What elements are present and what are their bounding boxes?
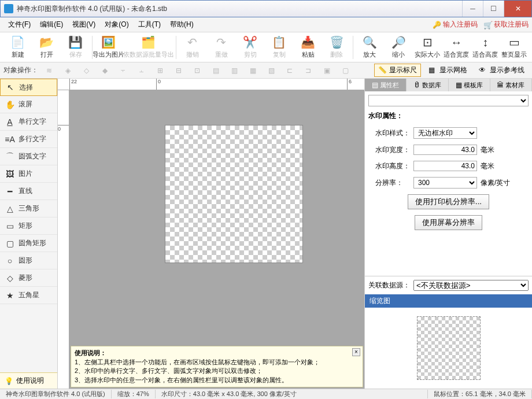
ellipse-icon: ○ (5, 256, 15, 265)
menu-view[interactable]: 视图(V) (68, 18, 100, 31)
copy-icon: 📋 (272, 35, 286, 49)
style-select[interactable]: 无边框水印 (413, 127, 477, 139)
full-page-button[interactable]: ▭整页显示 (500, 34, 529, 61)
dist2-icon[interactable]: ⊐ (301, 64, 316, 77)
object-selector[interactable] (368, 95, 529, 106)
tool-pan[interactable]: ✋滚屏 (0, 96, 57, 113)
open-button[interactable]: 📂打开 (32, 34, 61, 61)
use-printer-dpi-button[interactable]: 使用打印机分辨率... (408, 194, 489, 209)
menu-edit[interactable]: 编辑(E) (35, 18, 68, 31)
width-input[interactable] (413, 145, 477, 155)
ruler-vertical[interactable]: 0 (58, 90, 69, 389)
align5-icon[interactable]: ⊡ (190, 64, 205, 77)
tool-star[interactable]: ★五角星 (0, 287, 57, 304)
layer3-icon[interactable]: ◇ (79, 64, 94, 77)
cut-button[interactable]: ✂️剪切 (236, 34, 265, 61)
height-unit: 毫米 (481, 161, 529, 171)
tool-diamond[interactable]: ◇菱形 (0, 269, 57, 287)
layer-icon[interactable]: ≋ (42, 64, 57, 77)
multitext-icon: ≡A (5, 135, 15, 144)
copy-button[interactable]: 📋复制 (265, 34, 294, 61)
height-input[interactable] (413, 161, 477, 171)
tab-templates[interactable]: ▦模板库 (449, 79, 490, 91)
hint-close-button[interactable]: × (352, 348, 360, 356)
fit-width-button[interactable]: ↔适合宽度 (442, 34, 471, 61)
menu-help[interactable]: 帮助(H) (165, 18, 198, 31)
ruler-horizontal[interactable]: 22 0 6 (58, 79, 364, 90)
width-unit: 毫米 (481, 145, 529, 155)
align7-icon[interactable]: ▥ (227, 64, 242, 77)
grid-icon: ▦ (428, 66, 438, 75)
preview-thumbnail (417, 316, 481, 380)
fit-height-button[interactable]: ↕适合高度 (471, 34, 500, 61)
close-button[interactable]: ✕ (504, 1, 531, 17)
enter-key-link[interactable]: 输入注册码 (433, 20, 478, 29)
export-image-button[interactable]: 🖼️导出为图片 (94, 34, 123, 61)
show-guides-toggle[interactable]: 👁显示参考线 (475, 64, 529, 77)
menu-object[interactable]: 对象(O) (100, 18, 133, 31)
paste-button[interactable]: 📥粘贴 (294, 34, 323, 61)
tool-round-rect[interactable]: ▢圆角矩形 (0, 235, 57, 252)
batch-export-button[interactable]: 🗂️依数据源批量导出 (123, 34, 174, 61)
delete-button[interactable]: 🗑️删除 (323, 34, 352, 61)
undo-button[interactable]: ↶撤销 (178, 34, 207, 61)
preview-panel (365, 308, 532, 389)
get-key-link[interactable]: 获取注册码 (483, 20, 529, 29)
layer4-icon[interactable]: ◆ (97, 64, 112, 77)
actual-size-button[interactable]: ⊡实际大小 (413, 34, 442, 61)
tool-single-text[interactable]: A单行文字 (0, 113, 57, 131)
tool-line[interactable]: ━直线 (0, 183, 57, 200)
style-label: 水印样式： (375, 128, 410, 138)
dpi-unit: 像素/英寸 (481, 178, 529, 188)
status-app: 神奇水印图章制作软件 4.0 (试用版) (0, 390, 112, 398)
tool-select[interactable]: ↖选择 (0, 79, 57, 96)
group-icon[interactable]: ▣ (319, 64, 334, 77)
menu-file[interactable]: 文件(F) (3, 18, 35, 31)
minimize-button[interactable]: ─ (462, 1, 483, 17)
new-button[interactable]: 📄新建 (3, 34, 32, 61)
tab-assets[interactable]: 🏛素材库 (490, 79, 532, 91)
tool-triangle[interactable]: △三角形 (0, 200, 57, 217)
show-ruler-toggle[interactable]: 📏显示标尺 (374, 64, 421, 77)
ungroup-icon[interactable]: ▢ (338, 64, 353, 77)
redo-button[interactable]: ↷重做 (207, 34, 236, 61)
properties-panel: 水印属性： 水印样式： 无边框水印 水印宽度： 毫米 水印高度： 毫米 分辨率：… (365, 91, 532, 276)
align1-icon[interactable]: ⫟ (116, 64, 131, 77)
cart-icon (483, 21, 492, 29)
zoom-in-button[interactable]: 🔍放大 (355, 34, 384, 61)
align4-icon[interactable]: ⊟ (171, 64, 186, 77)
align3-icon[interactable]: ⊞ (153, 64, 168, 77)
tool-ellipse[interactable]: ○圆形 (0, 252, 57, 269)
assets-icon: 🏛 (497, 81, 504, 89)
align6-icon[interactable]: ▤ (208, 64, 223, 77)
zoom-out-button[interactable]: 🔎缩小 (384, 34, 413, 61)
dist1-icon[interactable]: ⊏ (282, 64, 297, 77)
tool-multi-text[interactable]: ≡A多行文字 (0, 131, 57, 148)
tab-properties[interactable]: ▤属性栏 (365, 79, 407, 91)
main-area: ↖选择 ✋滚屏 A单行文字 ≡A多行文字 ⌒圆弧文字 🖼图片 ━直线 △三角形 … (0, 79, 532, 389)
align9-icon[interactable]: ▧ (264, 64, 279, 77)
canvas-viewport[interactable]: × 使用说明： 1、左侧工具栏中选择一个功能后，在画布区域按住鼠标左键拖动，即可… (69, 90, 364, 389)
image-icon: 🖼 (5, 169, 15, 179)
maximize-button[interactable]: ☐ (483, 1, 504, 17)
assoc-select[interactable]: <不关联数据源> (413, 280, 529, 291)
hint-line2: 2、水印中的单行文字、多行文字、圆弧文字对象均可以双击修改； (75, 367, 359, 375)
help-button[interactable]: 💡使用说明 (0, 372, 57, 389)
tool-rect[interactable]: ▭矩形 (0, 217, 57, 235)
assoc-label: 关联数据源： (368, 280, 410, 290)
save-button[interactable]: 💾保存 (61, 34, 90, 61)
tool-image[interactable]: 🖼图片 (0, 165, 57, 183)
dpi-select[interactable]: 300 (413, 177, 477, 189)
use-screen-dpi-button[interactable]: 使用屏幕分辨率 (415, 215, 482, 230)
tab-database[interactable]: 🛢数据库 (407, 79, 448, 91)
menu-tools[interactable]: 工具(T) (134, 18, 165, 31)
db-icon: 🛢 (413, 81, 420, 89)
tool-arc-text[interactable]: ⌒圆弧文字 (0, 148, 57, 165)
layer2-icon[interactable]: ◈ (60, 64, 75, 77)
watermark-canvas[interactable] (165, 125, 303, 263)
align8-icon[interactable]: ▦ (245, 64, 260, 77)
object-toolbar: 对象操作： ≋ ◈ ◇ ◆ ⫟ ⫠ ⊞ ⊟ ⊡ ▤ ▥ ▦ ▧ ⊏ ⊐ ▣ ▢ … (0, 62, 532, 79)
show-grid-toggle[interactable]: ▦显示网格 (424, 64, 471, 77)
save-icon: 💾 (69, 35, 83, 49)
align2-icon[interactable]: ⫠ (134, 64, 149, 77)
